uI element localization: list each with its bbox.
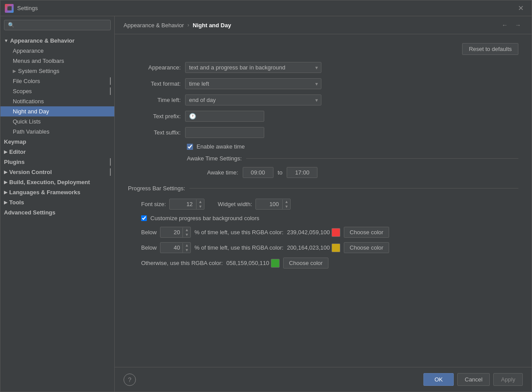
sidebar-item-label: File Colors <box>13 78 40 84</box>
help-button[interactable]: ? <box>124 374 136 386</box>
chevron-right-icon: ▶ <box>4 149 7 154</box>
sidebar-item-languages-frameworks[interactable]: ▶ Languages & Frameworks <box>0 187 114 197</box>
breadcrumb-current: Night and Day <box>193 22 231 29</box>
text-suffix-input[interactable] <box>185 127 264 138</box>
below1-color-text: 239,042,059,100 <box>287 229 330 236</box>
widget-width-decrement[interactable]: ▼ <box>283 204 290 209</box>
below1-choose-color-button[interactable]: Choose color <box>344 227 389 238</box>
appearance-row: Appearance: text and a progress bar in b… <box>128 62 518 73</box>
sidebar-item-label: Keymap <box>4 138 26 145</box>
appearance-dropdown-wrapper: text and a progress bar in background te… <box>185 62 321 73</box>
sidebar-item-label: Plugins <box>4 159 25 165</box>
search-box: 🔍 <box>4 20 111 30</box>
below1-decrement[interactable]: ▼ <box>183 232 190 237</box>
widget-width-group: Widget width: ▲ ▼ <box>218 199 291 210</box>
sidebar-item-label: Build, Execution, Deployment <box>9 179 90 185</box>
close-button[interactable]: ✕ <box>514 2 527 14</box>
text-prefix-label: Text prefix: <box>128 113 181 120</box>
appearance-label: Appearance: <box>128 64 181 71</box>
settings-content: Reset to defaults Appearance: text and a… <box>115 34 532 367</box>
ok-button[interactable]: OK <box>423 373 454 386</box>
awake-time-to-input[interactable] <box>287 167 317 178</box>
otherwise-choose-color-button[interactable]: Choose color <box>283 258 328 269</box>
enable-awake-label: Enable awake time <box>197 143 245 150</box>
text-format-dropdown[interactable]: time left time elapsed percentage <box>185 78 321 89</box>
sidebar-item-keymap[interactable]: Keymap <box>0 137 114 147</box>
cancel-button[interactable]: Cancel <box>457 373 490 386</box>
sidebar-item-system-settings[interactable]: ▶ System Settings <box>0 66 114 76</box>
awake-time-label: Awake time: <box>207 169 238 176</box>
time-left-dropdown[interactable]: end of day end of week end of month <box>185 94 321 105</box>
time-left-row: Time left: end of day end of week end of… <box>128 94 518 105</box>
font-size-spinner-buttons: ▲ ▼ <box>196 200 204 209</box>
chevron-right-icon: ▶ <box>4 180 7 185</box>
otherwise-color-text: 058,159,050,110 <box>226 260 270 266</box>
sidebar-item-advanced-settings[interactable]: Advanced Settings <box>0 207 114 218</box>
below2-increment[interactable]: ▲ <box>183 243 190 248</box>
sidebar-item-appearance-behavior[interactable]: ▼ Appearance & Behavior <box>0 36 114 46</box>
bottom-actions: OK Cancel Apply <box>423 373 523 386</box>
font-widget-row: Font size: ▲ ▼ Widget width: <box>128 199 518 210</box>
font-size-input[interactable] <box>170 199 196 209</box>
chevron-right-icon: ▶ <box>4 170 7 174</box>
back-arrow[interactable]: ← <box>500 21 510 29</box>
sidebar-item-quick-lists[interactable]: Quick Lists <box>0 116 114 127</box>
below1-increment[interactable]: ▲ <box>183 228 190 232</box>
chevron-right-icon: ▶ <box>4 190 7 195</box>
app-icon: ⬛ <box>5 4 14 13</box>
font-size-increment[interactable]: ▲ <box>197 200 204 204</box>
sidebar-item-build-execution[interactable]: ▶ Build, Execution, Deployment <box>0 177 114 187</box>
widget-width-input[interactable] <box>256 199 282 209</box>
sidebar-item-appearance[interactable]: Appearance <box>0 46 114 56</box>
widget-width-increment[interactable]: ▲ <box>283 200 290 204</box>
customize-colors-checkbox[interactable] <box>141 215 147 221</box>
below1-color-swatch <box>332 228 340 237</box>
chevron-down-icon: ▼ <box>4 38 8 43</box>
sidebar-item-editor[interactable]: ▶ Editor <box>0 147 114 157</box>
below1-label: Below <box>141 229 157 236</box>
awake-time-row: Awake time: to <box>128 167 518 178</box>
sidebar-item-scopes[interactable]: Scopes <box>0 86 114 96</box>
awake-time-section-header: Awake Time Settings: <box>128 155 518 162</box>
sidebar-list: ▼ Appearance & Behavior Appearance Menus… <box>0 34 114 392</box>
sidebar-item-night-and-day[interactable]: Night and Day <box>0 106 114 116</box>
titlebar: ⬛ Settings ✕ <box>0 0 532 16</box>
widget-width-spinner: ▲ ▼ <box>255 199 291 210</box>
below2-input[interactable] <box>160 243 182 253</box>
appearance-dropdown[interactable]: text and a progress bar in background te… <box>185 62 321 73</box>
plugins-icon <box>110 159 111 165</box>
reset-to-defaults-button[interactable]: Reset to defaults <box>462 43 518 55</box>
breadcrumb-parent: Appearance & Behavior <box>124 22 184 29</box>
sidebar-item-tools[interactable]: ▶ Tools <box>0 197 114 207</box>
below2-choose-color-button[interactable]: Choose color <box>344 242 389 253</box>
font-size-spinner: ▲ ▼ <box>169 199 204 210</box>
below2-decrement[interactable]: ▼ <box>183 248 190 253</box>
sidebar-item-file-colors[interactable]: File Colors <box>0 76 114 86</box>
sidebar-item-label: Quick Lists <box>13 118 41 125</box>
sidebar-item-path-variables[interactable]: Path Variables <box>0 127 114 137</box>
breadcrumb-path: Appearance & Behavior › Night and Day <box>124 22 231 29</box>
below-40-row: Below ▲ ▼ % of time left, use this RGBA … <box>128 242 518 253</box>
below1-input[interactable] <box>160 227 182 237</box>
search-icon: 🔍 <box>8 22 15 28</box>
text-format-label: Text format: <box>128 80 181 87</box>
sidebar-item-label: Version Control <box>9 169 52 175</box>
font-size-label: Font size: <box>141 201 166 207</box>
forward-arrow[interactable]: → <box>513 21 523 29</box>
time-left-label: Time left: <box>128 97 181 103</box>
font-size-decrement[interactable]: ▼ <box>197 204 204 209</box>
awake-time-from-input[interactable] <box>243 167 273 178</box>
apply-button[interactable]: Apply <box>493 373 523 386</box>
search-input[interactable] <box>17 22 107 28</box>
sidebar-item-menus-toolbars[interactable]: Menus and Toolbars <box>0 56 114 66</box>
widget-width-spinner-buttons: ▲ ▼ <box>282 200 290 209</box>
sidebar-item-label: Languages & Frameworks <box>9 189 80 196</box>
bottom-bar: ? OK Cancel Apply <box>115 367 532 392</box>
enable-awake-checkbox[interactable] <box>187 144 193 150</box>
sidebar-item-plugins[interactable]: Plugins <box>0 157 114 167</box>
sidebar-item-version-control[interactable]: ▶ Version Control <box>0 167 114 177</box>
text-prefix-input[interactable] <box>185 111 264 122</box>
sidebar-item-notifications[interactable]: Notifications <box>0 96 114 106</box>
below2-spinner: ▲ ▼ <box>160 242 191 253</box>
sidebar-item-label: Menus and Toolbars <box>13 58 64 64</box>
